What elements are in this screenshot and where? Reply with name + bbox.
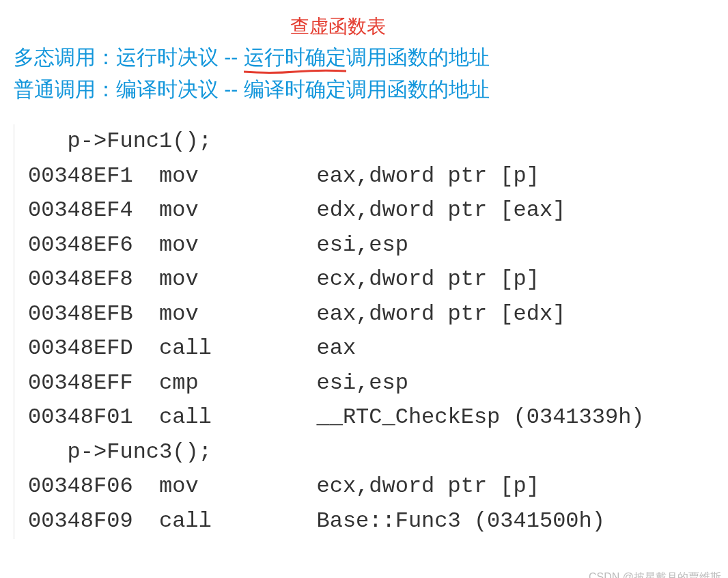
- asm-row: 00348EFF cmp esi,esp: [28, 370, 408, 396]
- asm-row: 00348F09 call Base::Func3 (0341500h): [28, 508, 605, 534]
- asm-row: 00348EF8 mov ecx,dword ptr [p]: [28, 266, 540, 292]
- line1-suffix: 调用函数的地址: [346, 46, 490, 68]
- asm-row: 00348F06 mov ecx,dword ptr [p]: [28, 473, 540, 499]
- source-line-1: p->Func1();: [28, 128, 212, 154]
- polymorphic-call-line: 多态调用：运行时决议 -- 运行时确定调用函数的地址: [14, 44, 728, 72]
- asm-row: 00348EFD call eax: [28, 335, 356, 361]
- watermark-text: CSDN @披星戴月的贾维斯: [589, 570, 721, 578]
- vtable-annotation: 查虚函数表: [290, 14, 728, 40]
- asm-row: 00348EF6 mov esi,esp: [28, 232, 408, 258]
- asm-row: 00348EF4 mov edx,dword ptr [eax]: [28, 197, 565, 223]
- asm-row: 00348EF1 mov eax,dword ptr [p]: [28, 163, 540, 189]
- line1-underlined: 运行时确定: [244, 46, 346, 68]
- line1-prefix: 多态调用：运行时决议 --: [14, 46, 244, 68]
- normal-call-line: 普通调用：编译时决议 -- 编译时确定调用函数的地址: [14, 76, 728, 104]
- source-line-2: p->Func3();: [28, 439, 212, 465]
- line1-underlined-wrap: 运行时确定: [244, 44, 346, 72]
- red-underline-icon: [244, 69, 346, 74]
- asm-row: 00348EFB mov eax,dword ptr [edx]: [28, 301, 565, 327]
- header-annotations: 查虚函数表 多态调用：运行时决议 -- 运行时确定调用函数的地址 普通调用：编译…: [14, 14, 728, 104]
- disassembly-block: p->Func1(); 00348EF1 mov eax,dword ptr […: [14, 124, 728, 539]
- asm-row: 00348F01 call __RTC_CheckEsp (0341339h): [28, 404, 645, 430]
